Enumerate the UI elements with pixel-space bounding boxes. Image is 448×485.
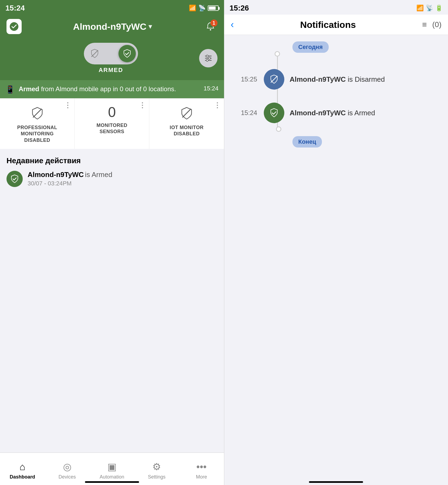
right-wifi-icon: 📡 xyxy=(426,5,433,12)
right-time: 15:26 xyxy=(230,4,249,12)
nav-item-automation[interactable]: ▣ Automation xyxy=(90,458,134,480)
alert-banner: 📱 Armed from Almond mobile app in 0 out … xyxy=(0,80,224,98)
right-status-bar: 15:26 📶 📡 🔋 xyxy=(224,0,448,15)
svg-line-11 xyxy=(182,109,191,117)
disarmed-shield-icon xyxy=(269,74,279,85)
more-icon: ••• xyxy=(196,461,207,473)
nav-item-dashboard[interactable]: ⌂ Dashboard xyxy=(0,458,45,480)
notifications-count: (0) xyxy=(432,20,442,29)
right-panel: 15:26 📶 📡 🔋 ‹ Notifications ≡ (0) Сегодн… xyxy=(224,0,448,485)
svg-point-5 xyxy=(206,55,208,57)
armed-shield-icon xyxy=(269,107,279,118)
automation-icon: ▣ xyxy=(107,461,117,473)
nav-label-automation: Automation xyxy=(100,474,124,480)
card3-shield-slash-icon xyxy=(180,106,194,122)
nav-item-devices[interactable]: ◎ Devices xyxy=(45,458,90,480)
iot-shield-slash-icon xyxy=(180,106,194,120)
recent-device-name: Almond-n9TyWC is Armed xyxy=(28,171,112,179)
card2-menu-dots[interactable]: ⋮ xyxy=(139,102,146,109)
recent-title: Недавние действия xyxy=(6,156,218,165)
professional-monitoring-card[interactable]: ⋮ PROFESSIONALMONITORINGDISABLED xyxy=(0,99,75,149)
back-button[interactable]: ‹ xyxy=(231,19,234,30)
card3-menu-dots[interactable]: ⋮ xyxy=(214,102,221,109)
shield-slash-icon xyxy=(30,106,44,120)
timeline-end-dot xyxy=(276,126,281,132)
devices-icon: ◎ xyxy=(63,461,71,473)
phone-icon: 📱 xyxy=(5,85,15,94)
end-badge: Конец xyxy=(292,136,322,148)
end-badge-row: Конец xyxy=(265,136,440,148)
cards-row: ⋮ PROFESSIONALMONITORINGDISABLED ⋮ 0 MON… xyxy=(0,98,224,149)
disarm-icon xyxy=(86,45,103,62)
timeline-content-2: Almond-n9TyWC is Armed xyxy=(290,109,375,117)
timeline-section: Сегодня 15:25 Almond-n9TyWC is Disarmed … xyxy=(224,35,448,154)
nav-item-more[interactable]: ••• More xyxy=(179,458,224,480)
svg-point-7 xyxy=(208,57,210,59)
today-badge: Сегодня xyxy=(292,41,329,53)
dropdown-arrow-icon: ▾ xyxy=(149,23,152,30)
timeline-time-1: 15:25 xyxy=(233,76,257,83)
logo-icon xyxy=(9,22,19,31)
wifi-icon: 📡 xyxy=(198,5,206,12)
alert-content: 📱 Armed from Almond mobile app in 0 out … xyxy=(5,84,200,94)
today-badge-row: Сегодня xyxy=(265,41,440,59)
left-status-icons: 📶 📡 xyxy=(189,5,219,12)
notification-badge: 1 xyxy=(210,19,218,27)
nav-item-settings[interactable]: ⚙ Settings xyxy=(134,458,179,480)
monitored-sensors-card[interactable]: ⋮ 0 MONITOREDSENSORS xyxy=(75,99,149,149)
notification-bell-button[interactable]: 1 xyxy=(203,19,218,34)
home-bar-left xyxy=(85,481,139,483)
sliders-icon xyxy=(203,53,213,63)
recent-item: Almond-n9TyWC is Armed 30/07 - 03:24PM xyxy=(6,171,218,187)
timeline-content-1: Almond-n9TyWC is Disarmed xyxy=(290,75,385,84)
right-status-icons: 📶 📡 🔋 xyxy=(416,5,443,12)
left-status-bar: 15:24 📶 📡 xyxy=(0,0,224,15)
disarmed-circle xyxy=(264,69,284,90)
right-battery-icon: 🔋 xyxy=(435,5,443,12)
signal-icon: 📶 xyxy=(189,5,196,12)
recent-item-icon xyxy=(6,171,23,187)
home-bar-right xyxy=(309,481,363,483)
alert-time: 15:24 xyxy=(203,85,218,92)
arm-toggle[interactable] xyxy=(84,43,138,64)
notifications-header: ‹ Notifications ≡ (0) xyxy=(224,15,448,35)
svg-line-10 xyxy=(33,109,42,117)
device-name-header[interactable]: Almond-n9TyWC ▾ xyxy=(73,21,152,32)
app-logo xyxy=(6,19,22,34)
arm-toggle-thumb xyxy=(118,45,136,62)
shield-check-icon xyxy=(122,49,132,58)
sensor-count: 0 xyxy=(108,104,116,120)
recent-item-time: 30/07 - 03:24PM xyxy=(28,180,112,187)
toggle-section: ARMED xyxy=(0,40,224,80)
card1-label: PROFESSIONALMONITORINGDISABLED xyxy=(17,124,57,143)
armed-label: ARMED xyxy=(98,67,123,74)
notifications-title: Notifications xyxy=(239,19,417,30)
recent-item-text: Almond-n9TyWC is Armed 30/07 - 03:24PM xyxy=(28,171,112,187)
nav-label-more: More xyxy=(196,474,207,480)
nav-label-dashboard: Dashboard xyxy=(10,474,35,480)
dashboard-icon: ⌂ xyxy=(19,461,25,473)
left-time: 15:24 xyxy=(5,4,25,12)
card2-label: MONITOREDSENSORS xyxy=(97,122,127,135)
right-signal-icon: 📶 xyxy=(416,5,424,12)
timeline-item-disarmed: 15:25 Almond-n9TyWC is Disarmed xyxy=(233,69,440,90)
card1-menu-dots[interactable]: ⋮ xyxy=(64,102,71,109)
arm-toggle-area: ARMED xyxy=(84,43,138,74)
timeline-item-armed: 15:24 Almond-n9TyWC is Armed xyxy=(233,103,440,123)
nav-label-devices: Devices xyxy=(58,474,76,480)
recent-section: Недавние действия Almond-n9TyWC is Armed… xyxy=(0,149,224,187)
left-header: Almond-n9TyWC ▾ 1 xyxy=(0,15,224,40)
card3-label: IoT MONITORDISABLED xyxy=(170,124,203,137)
filter-button[interactable]: ≡ xyxy=(422,20,427,29)
card1-shield-slash-icon xyxy=(30,106,44,122)
settings-icon: ⚙ xyxy=(152,461,161,473)
nav-label-settings: Settings xyxy=(148,474,166,480)
settings-button[interactable] xyxy=(199,49,218,67)
armed-circle xyxy=(264,103,284,123)
recent-status-text: is Armed xyxy=(85,171,112,179)
iot-monitor-card[interactable]: ⋮ IoT MONITORDISABLED xyxy=(149,99,224,149)
svg-point-9 xyxy=(206,60,208,61)
bottom-nav: ⌂ Dashboard ◎ Devices ▣ Automation ⚙ Set… xyxy=(0,453,224,485)
battery-icon xyxy=(208,5,219,11)
timeline-time-2: 15:24 xyxy=(233,109,257,117)
